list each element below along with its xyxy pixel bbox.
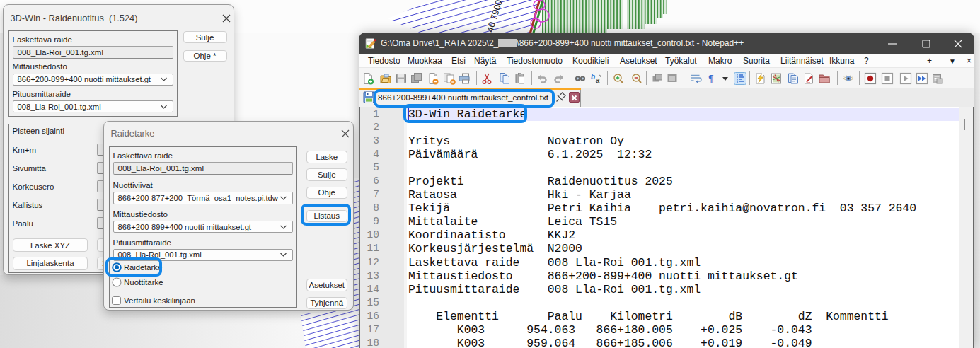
svg-text:¶: ¶ bbox=[708, 74, 714, 84]
svg-text:b: b bbox=[591, 73, 595, 81]
svg-text:a: a bbox=[596, 76, 600, 84]
